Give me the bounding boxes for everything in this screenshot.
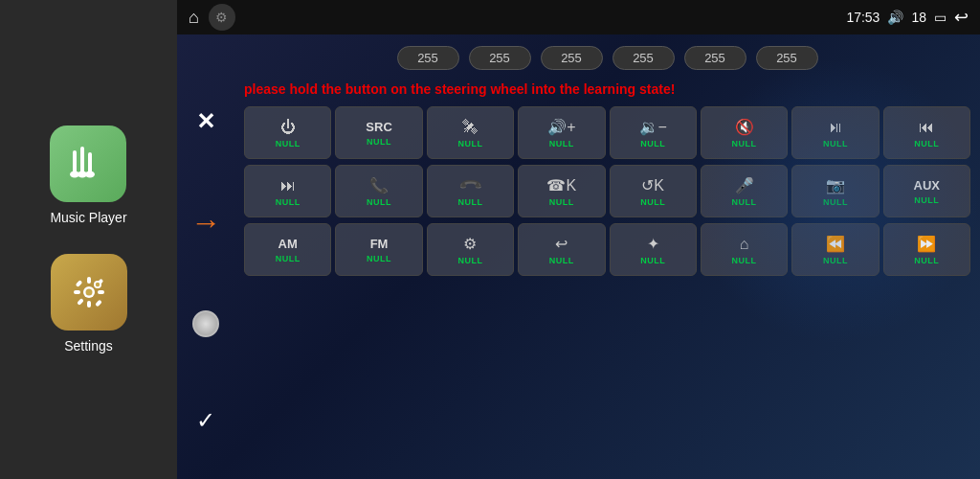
- btn-call-k-label: NULL: [549, 197, 574, 207]
- btn-rewind[interactable]: ⏪ NULL: [791, 223, 879, 276]
- svg-point-17: [95, 283, 99, 286]
- rewind-icon: ⏪: [826, 237, 845, 252]
- back-ctrl-icon: ↩: [555, 237, 568, 252]
- svg-rect-12: [75, 280, 82, 287]
- btn-mute[interactable]: 🔇 NULL: [701, 106, 788, 159]
- pills-row: 255 255 255 255 255 255: [244, 42, 970, 74]
- settings-label: Settings: [64, 338, 113, 354]
- svg-point-7: [85, 289, 92, 296]
- aux-icon: AUX: [914, 179, 940, 192]
- gear-icon: ⚙: [463, 237, 477, 252]
- call-hangup-icon: 📞: [458, 173, 482, 197]
- pill-3: 255: [541, 46, 603, 70]
- settings-icon-bg: [51, 254, 127, 331]
- mute-icon: 🔇: [735, 120, 754, 135]
- status-right: 17:53 🔊 18 ▭ ↩: [846, 7, 969, 28]
- src-icon: SRC: [366, 121, 391, 133]
- prev-icon: ⏮: [919, 120, 934, 135]
- left-controls: ✕ → ✓: [177, 63, 234, 479]
- pill-1: 255: [397, 46, 459, 70]
- btn-home-label: NULL: [732, 256, 757, 265]
- music-player-label: Music Player: [50, 210, 126, 225]
- next-icon: ⏭: [280, 178, 296, 194]
- btn-gps[interactable]: 🛰 NULL: [427, 106, 514, 159]
- btn-vol-down[interactable]: 🔉− NULL: [610, 106, 697, 159]
- btn-power[interactable]: ⏻ NULL: [244, 106, 331, 159]
- camera-icon: 📷: [826, 178, 845, 194]
- time-display: 17:53: [846, 10, 880, 25]
- sidebar-item-music[interactable]: Music Player: [50, 125, 126, 225]
- btn-aux-label: NULL: [914, 195, 939, 205]
- settings-gear-icon: [68, 271, 110, 313]
- btn-camera[interactable]: 📷 NULL: [791, 165, 879, 217]
- btn-home[interactable]: ⌂ NULL: [701, 223, 788, 276]
- home-ctrl-icon: ⌂: [740, 237, 749, 252]
- btn-gps-label: NULL: [457, 139, 482, 148]
- status-left: ⌂ ⚙: [189, 4, 235, 31]
- btn-aux[interactable]: AUX NULL: [883, 165, 970, 217]
- svg-rect-8: [87, 277, 91, 284]
- btn-vol-down-label: NULL: [640, 139, 665, 148]
- btn-settings-gear[interactable]: ⚙ NULL: [427, 223, 514, 276]
- svg-rect-1: [80, 147, 84, 173]
- btn-vol-up[interactable]: 🔊+ NULL: [518, 106, 605, 159]
- btn-mute-label: NULL: [732, 139, 757, 148]
- svg-point-5: [85, 171, 95, 178]
- btn-next[interactable]: ⏭ NULL: [244, 165, 331, 217]
- btn-call-answer[interactable]: 📞 NULL: [335, 165, 422, 217]
- confirm-button[interactable]: ✓: [196, 407, 215, 434]
- btn-settings-gear-label: NULL: [457, 256, 482, 265]
- gps-icon: 🛰: [462, 120, 478, 135]
- back-icon[interactable]: ↩: [954, 7, 969, 28]
- sidebar-item-settings[interactable]: Settings: [51, 254, 127, 354]
- pill-4: 255: [612, 46, 675, 70]
- svg-rect-10: [74, 290, 80, 294]
- fm-icon: FM: [370, 238, 389, 250]
- svg-rect-14: [77, 298, 84, 306]
- pill-5: 255: [684, 46, 746, 70]
- btn-play-pause[interactable]: ⏯ NULL: [791, 106, 879, 159]
- btn-hangup-k-label: NULL: [640, 197, 665, 207]
- main-area: ⌂ ⚙ 17:53 🔊 18 ▭ ↩ 255 255 255 255 255 2…: [177, 0, 980, 479]
- btn-fast-forward-label: NULL: [914, 256, 939, 265]
- btn-src[interactable]: SRC NULL: [335, 106, 422, 159]
- btn-hangup-k[interactable]: ↺K NULL: [610, 165, 697, 217]
- btn-bluetooth-label: NULL: [640, 256, 665, 265]
- slider-thumb[interactable]: [192, 310, 219, 337]
- call-answer-icon: 📞: [369, 178, 389, 194]
- btn-call-k[interactable]: ☎K NULL: [518, 165, 605, 217]
- music-player-icon-bg: [50, 125, 126, 202]
- btn-fast-forward[interactable]: ⏩ NULL: [883, 223, 970, 276]
- home-icon[interactable]: ⌂: [189, 8, 199, 28]
- arrow-right-icon: →: [190, 205, 221, 240]
- battery-icon: ▭: [934, 10, 947, 25]
- btn-am[interactable]: AM NULL: [244, 223, 331, 276]
- btn-mic[interactable]: 🎤 NULL: [701, 165, 788, 217]
- btn-back-label: NULL: [549, 256, 574, 265]
- am-icon: AM: [278, 238, 298, 250]
- volume-icon: 🔊: [887, 10, 903, 25]
- svg-rect-13: [95, 300, 102, 308]
- btn-power-label: NULL: [276, 139, 301, 148]
- btn-prev[interactable]: ⏮ NULL: [883, 106, 970, 159]
- button-row-1: ⏻ NULL SRC NULL 🛰 NULL 🔊+ NULL 🔉− NULL: [244, 106, 970, 159]
- sidebar: Music Player Se: [0, 0, 177, 479]
- fast-forward-icon: ⏩: [917, 237, 936, 252]
- btn-bluetooth[interactable]: ✦ NULL: [610, 223, 697, 276]
- status-bar: ⌂ ⚙ 17:53 🔊 18 ▭ ↩: [177, 0, 980, 34]
- svg-rect-9: [87, 301, 91, 308]
- power-icon: ⏻: [280, 120, 296, 135]
- svg-rect-11: [98, 290, 104, 294]
- settings-status-icon[interactable]: ⚙: [209, 4, 235, 31]
- hangup-k-icon: ↺K: [641, 178, 664, 194]
- btn-prev-label: NULL: [914, 139, 939, 148]
- btn-vol-up-label: NULL: [549, 139, 574, 148]
- btn-back[interactable]: ↩ NULL: [518, 223, 605, 276]
- btn-call-hangup[interactable]: 📞 NULL: [427, 165, 514, 217]
- play-pause-icon: ⏯: [828, 120, 843, 135]
- btn-src-label: NULL: [367, 137, 391, 147]
- music-note-icon: [67, 143, 109, 185]
- btn-rewind-label: NULL: [823, 256, 848, 265]
- btn-fm[interactable]: FM NULL: [335, 223, 422, 276]
- cancel-button[interactable]: ✕: [196, 108, 215, 135]
